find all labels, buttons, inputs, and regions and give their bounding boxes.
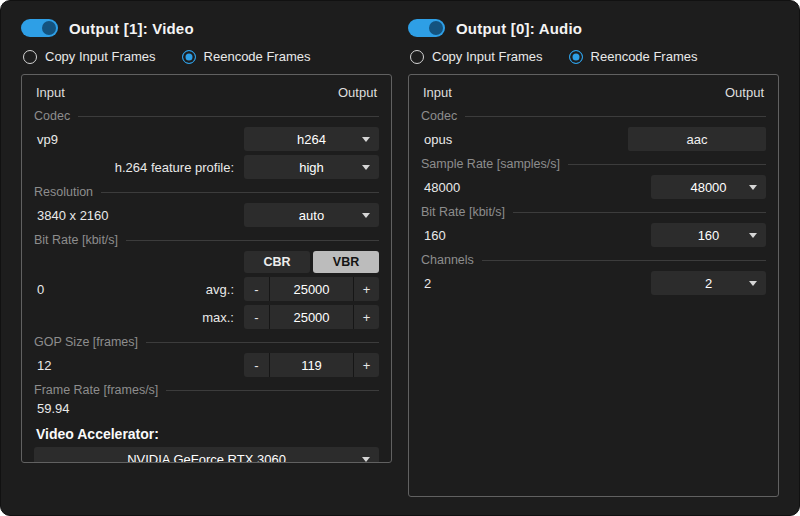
gop-section-header: GOP Size [frames] (34, 335, 379, 349)
max-bitrate-spinner: - 25000 + (244, 305, 379, 329)
gop-size-value[interactable]: 119 (270, 353, 353, 377)
input-codec-value: opus (421, 132, 452, 147)
section-label: Resolution (34, 185, 93, 199)
section-label: Bit Rate [kbit/s] (34, 233, 118, 247)
toggle-knob-icon (42, 21, 56, 35)
avg-bitrate-row: 0 avg.: - 25000 + (34, 277, 379, 301)
button-label: aac (687, 132, 708, 147)
samplerate-row: 48000 48000 (421, 175, 766, 199)
video-codec-dropdown[interactable]: h264 (244, 127, 379, 151)
dropdown-value: 160 (698, 228, 720, 243)
increment-button[interactable]: + (353, 305, 379, 329)
section-label: GOP Size [frames] (34, 335, 138, 349)
input-codec-value: vp9 (34, 132, 58, 147)
framerate-row: 59.94 (34, 401, 379, 416)
codec-row: vp9 h264 (34, 127, 379, 151)
resolution-dropdown[interactable]: auto (244, 203, 379, 227)
channels-section-header: Channels (421, 253, 766, 267)
section-label: Frame Rate [frames/s] (34, 383, 158, 397)
video-settings-groupbox: Input Output Codec vp9 h264 h.264 featur… (21, 74, 392, 463)
section-divider (482, 260, 766, 261)
section-divider (166, 390, 379, 391)
section-label: Codec (421, 109, 457, 123)
codec-section-header: Codec (421, 109, 766, 123)
video-reencode-frames-radio[interactable]: Reencode Frames (182, 49, 311, 64)
audio-column-header: Input Output (421, 83, 766, 105)
section-divider (568, 164, 766, 165)
dropdown-value: NVIDIA GeForce RTX 3060 (127, 452, 286, 464)
max-bitrate-value[interactable]: 25000 (270, 305, 353, 329)
gop-size-spinner: - 119 + (244, 353, 379, 377)
radio-label: Copy Input Frames (432, 49, 543, 64)
codec-section-header: Codec (34, 109, 379, 123)
decrement-button[interactable]: - (244, 277, 270, 301)
radio-label: Copy Input Frames (45, 49, 156, 64)
samplerate-section-header: Sample Rate [samples/s] (421, 157, 766, 171)
rate-mode-segmented-control: CBR VBR (244, 251, 379, 273)
max-bitrate-row: max.: - 25000 + (34, 305, 379, 329)
audio-copy-input-frames-radio[interactable]: Copy Input Frames (410, 49, 543, 64)
section-divider (101, 192, 379, 193)
dropdown-value: 48000 (690, 180, 726, 195)
bitrate-section-header: Bit Rate [kbit/s] (34, 233, 379, 247)
input-column-label: Input (423, 85, 452, 100)
chevron-down-icon (749, 233, 757, 238)
video-panel-title: Output [1]: Video (69, 20, 194, 37)
video-copy-input-frames-radio[interactable]: Copy Input Frames (23, 49, 156, 64)
radio-checked-icon (569, 50, 583, 64)
audio-codec-row: opus aac (421, 127, 766, 151)
section-divider (126, 240, 379, 241)
input-bitrate-value: 160 (421, 228, 446, 243)
resolution-row: 3840 x 2160 auto (34, 203, 379, 227)
audio-output-panel: Output [0]: Audio Copy Input Frames Reen… (408, 15, 779, 501)
audio-panel-title: Output [0]: Audio (456, 20, 582, 37)
audio-bitrate-dropdown[interactable]: 160 (651, 223, 766, 247)
audio-bitrate-row: 160 160 (421, 223, 766, 247)
output-column-label: Output (725, 85, 764, 100)
decrement-button[interactable]: - (244, 353, 270, 377)
toggle-knob-icon (429, 21, 443, 35)
section-label: Codec (34, 109, 70, 123)
audio-codec-button[interactable]: aac (628, 127, 766, 151)
chevron-down-icon (362, 137, 370, 142)
output-column-label: Output (338, 85, 377, 100)
input-gop-value: 12 (34, 358, 51, 373)
profile-label: h.264 feature profile: (115, 160, 234, 175)
channels-dropdown[interactable]: 2 (651, 271, 766, 295)
video-mode-radio-group: Copy Input Frames Reencode Frames (23, 49, 392, 64)
rate-mode-row: CBR VBR (34, 251, 379, 273)
avg-bitrate-value[interactable]: 25000 (270, 277, 353, 301)
video-output-toggle[interactable] (21, 19, 58, 37)
audio-bitrate-section-header: Bit Rate [kbit/s] (421, 205, 766, 219)
vbr-button[interactable]: VBR (313, 251, 379, 273)
chevron-down-icon (362, 457, 370, 462)
sample-rate-dropdown[interactable]: 48000 (651, 175, 766, 199)
increment-button[interactable]: + (353, 353, 379, 377)
resolution-section-header: Resolution (34, 185, 379, 199)
section-label: Sample Rate [samples/s] (421, 157, 560, 171)
chevron-down-icon (749, 185, 757, 190)
audio-output-toggle[interactable] (408, 19, 445, 37)
input-channels-value: 2 (421, 276, 431, 291)
section-label: Bit Rate [kbit/s] (421, 205, 505, 219)
input-bitrate-value: 0 (34, 282, 44, 297)
input-column-label: Input (36, 85, 65, 100)
input-samplerate-value: 48000 (421, 180, 460, 195)
dropdown-value: h264 (297, 132, 326, 147)
cbr-button[interactable]: CBR (244, 251, 310, 273)
video-accelerator-dropdown[interactable]: NVIDIA GeForce RTX 3060 (34, 447, 379, 463)
video-output-panel: Output [1]: Video Copy Input Frames Reen… (21, 15, 392, 501)
chevron-down-icon (362, 213, 370, 218)
audio-reencode-frames-radio[interactable]: Reencode Frames (569, 49, 698, 64)
decrement-button[interactable]: - (244, 305, 270, 329)
video-accelerator-label: Video Accelerator: (36, 426, 379, 442)
dropdown-value: high (299, 160, 324, 175)
section-divider (465, 116, 766, 117)
chevron-down-icon (362, 165, 370, 170)
chevron-down-icon (749, 281, 757, 286)
section-label: Channels (421, 253, 474, 267)
video-column-header: Input Output (34, 83, 379, 105)
h264-profile-dropdown[interactable]: high (244, 155, 379, 179)
increment-button[interactable]: + (353, 277, 379, 301)
gop-row: 12 - 119 + (34, 353, 379, 377)
